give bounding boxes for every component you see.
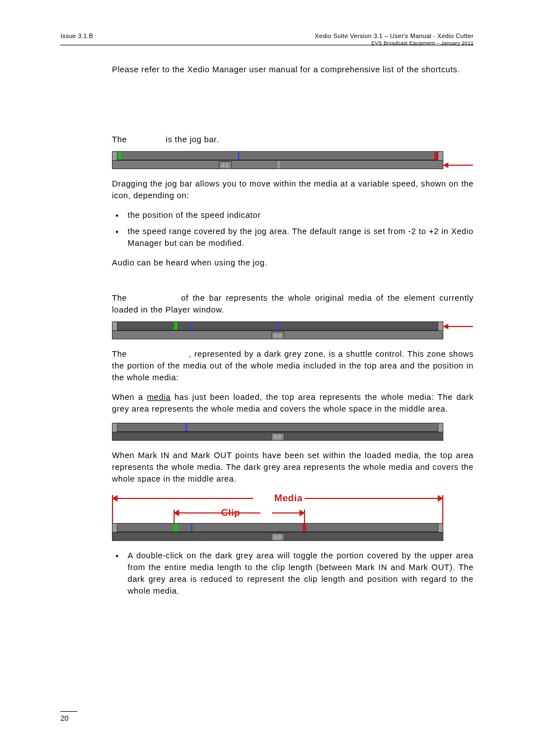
clip-label: Clip: [221, 507, 240, 519]
header-rule: [60, 45, 474, 45]
jog-bar-figure: 0.1: [112, 151, 443, 169]
speed-indicator[interactable]: 0.0: [271, 332, 284, 339]
jog-bar[interactable]: 0.1: [112, 160, 443, 169]
jog-bullets: the position of the speed indicator the …: [112, 209, 474, 249]
jog-bar-3[interactable]: 0.0: [112, 432, 443, 441]
nowline-indicator[interactable]: [185, 423, 187, 431]
jog-sentence-prefix: The: [112, 135, 129, 144]
media-bar-figure-2: 0.0: [112, 423, 443, 441]
page-number: 20: [60, 711, 77, 722]
speed-indicator[interactable]: 0.0: [271, 533, 284, 541]
jog-bullet-1: the position of the speed indicator: [124, 209, 474, 221]
mark-in-icon[interactable]: [118, 152, 121, 160]
mark-in-icon[interactable]: [174, 524, 177, 531]
media-bar-figure: 0.0: [112, 321, 443, 339]
mark-in-icon[interactable]: [174, 322, 177, 330]
callout-arrow-icon: [443, 161, 473, 170]
when-media-loaded: When a media has just been loaded, the t…: [112, 391, 474, 415]
jog-desc: Dragging the jog bar allows you to move …: [112, 178, 474, 202]
nowline-indicator[interactable]: [191, 524, 193, 531]
media-bar-top-2[interactable]: [112, 321, 443, 330]
jog-sentence-suffix: is the jog bar.: [166, 135, 219, 144]
nowline-indicator[interactable]: [238, 152, 240, 160]
doubleclick-bullet-list: A double-click on the dark grey area wil…: [112, 550, 474, 597]
header-issue: Issue 3.1.B: [60, 32, 93, 39]
nowline-indicator[interactable]: [191, 322, 193, 330]
media-label: Media: [274, 493, 303, 504]
jog-bullet-2: the speed range covered by the jog area.…: [124, 226, 474, 249]
shuttle-suffix: , represented by a dark grey zone, is a …: [112, 349, 474, 382]
header-product: Xedio Suite Version 3.1 – User's Manual …: [315, 32, 474, 46]
jog-sentence: The is the jog bar.: [112, 134, 474, 146]
jog-bar-2[interactable]: 0.0: [112, 330, 443, 339]
shuttle-desc: The , represented by a dark grey zone, i…: [112, 348, 474, 384]
media-bar-top-4[interactable]: [112, 523, 443, 532]
jog-bar-4[interactable]: 0.0: [112, 532, 443, 541]
speed-indicator[interactable]: 0.1: [219, 161, 232, 169]
media-bar-top-3[interactable]: [112, 423, 443, 432]
mediabar-intro-prefix: The: [112, 293, 131, 302]
media-bar-top[interactable]: [112, 151, 443, 160]
header-title: Xedio Suite Version 3.1 – User's Manual …: [315, 32, 474, 39]
doubleclick-bullet: A double-click on the dark grey area wil…: [124, 550, 474, 597]
mark-out-icon[interactable]: [303, 524, 306, 531]
when-marks-set: When Mark IN and Mark OUT points have be…: [112, 450, 474, 485]
callout-arrow-icon: [443, 322, 473, 331]
mediabar-intro: The of the bar represents the whole orig…: [112, 292, 474, 316]
jog-center-tick: [278, 161, 280, 169]
when-media-prefix: When a: [112, 393, 147, 402]
intro-paragraph: Please refer to the Xedio Manager user m…: [112, 64, 474, 76]
mediabar-intro-suffix: of the bar represents the whole original…: [112, 293, 474, 314]
shuttle-prefix: The: [112, 349, 130, 358]
speed-indicator[interactable]: 0.0: [271, 433, 284, 441]
center-indicator: [278, 322, 279, 330]
when-media-word: media: [147, 393, 171, 402]
jog-audio: Audio can be heard when using the jog.: [112, 257, 474, 269]
media-clip-diagram: Media Clip 0.0: [112, 493, 443, 541]
